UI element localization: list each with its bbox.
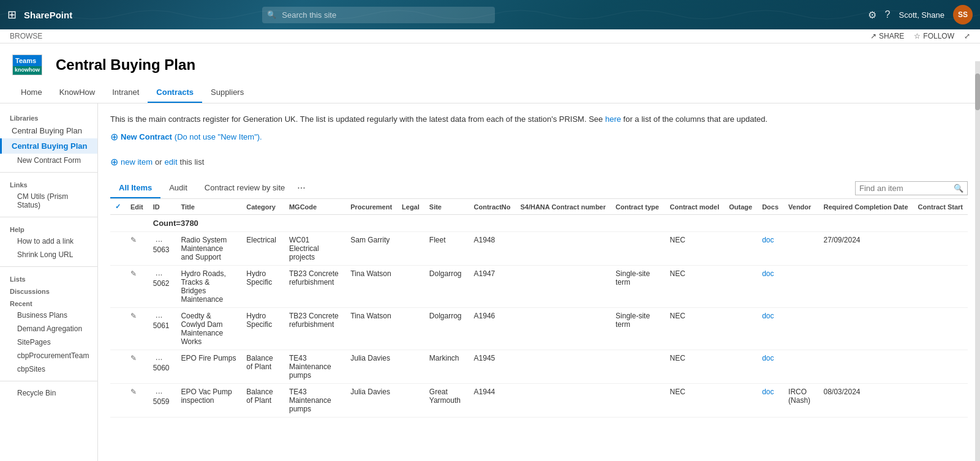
tab-audit[interactable]: Audit [160, 178, 196, 198]
cell-site: Markinch [424, 350, 469, 384]
logo-knowhow: knowhow [13, 66, 42, 75]
info-text: This is the main contracts register for … [110, 113, 968, 126]
sidebar-item-sitepages[interactable]: SitePages [0, 335, 97, 349]
cell-docs[interactable]: doc [762, 269, 774, 278]
user-name: Scott, Shane [899, 10, 944, 20]
nav-home[interactable]: Home [12, 83, 51, 103]
sidebar-item-cm-utils[interactable]: CM Utils (Prism Status) [0, 190, 97, 212]
row-checkbox[interactable] [110, 384, 126, 418]
edit-link[interactable]: edit [165, 157, 178, 167]
cell-s4hana [515, 308, 611, 350]
new-contract-link[interactable]: ⊕ New Contract (Do not use "New Item"). [110, 131, 262, 143]
row-checkbox[interactable] [110, 308, 126, 350]
col-checkbox: ✓ [110, 199, 126, 215]
cell-mgcode: TB23 Concrete refurbishment [284, 266, 345, 308]
tab-more-options[interactable]: ··· [293, 178, 309, 198]
cell-legal [397, 384, 424, 418]
search-input[interactable] [262, 7, 495, 23]
sidebar-item-cbp-procurement[interactable]: cbpProcurementTeam [0, 349, 97, 362]
cell-docs[interactable]: doc [762, 354, 774, 362]
sidebar-item-how-to-add[interactable]: How to add a link [0, 234, 97, 248]
browse-bar: BROWSE ↗ SHARE ☆ FOLLOW ⤢ [0, 29, 980, 43]
row-more[interactable]: ··· [153, 312, 165, 321]
col-outage[interactable]: Outage [724, 199, 757, 215]
edit-icon[interactable]: ✎ [130, 269, 137, 278]
tab-all-items[interactable]: All Items [110, 178, 160, 198]
col-vendor[interactable]: Vendor [783, 199, 818, 215]
sidebar-item-cbp-sites[interactable]: cbpSites [0, 362, 97, 376]
col-mgcode[interactable]: MGCode [284, 199, 345, 215]
edit-icon[interactable]: ✎ [130, 388, 137, 396]
new-item-link[interactable]: new item [121, 157, 153, 167]
find-item-input[interactable] [859, 184, 951, 193]
tab-contract-review[interactable]: Contract review by site [196, 178, 294, 198]
sidebar-item-demand-agregation[interactable]: Demand Agregation [0, 322, 97, 335]
cell-contract-type [611, 350, 665, 384]
sidebar-item-new-contract-form[interactable]: New Contract Form [0, 154, 97, 167]
nav-contracts[interactable]: Contracts [148, 83, 202, 103]
share-button[interactable]: ↗ SHARE [870, 32, 904, 40]
avatar[interactable]: SS [953, 5, 973, 24]
nav-knowhow[interactable]: KnowHow [51, 83, 104, 103]
nav-intranet[interactable]: Intranet [104, 83, 148, 103]
row-more[interactable]: ··· [153, 354, 165, 364]
cell-procurement: Tina Watson [345, 308, 397, 350]
row-more[interactable]: ··· [153, 236, 165, 245]
search-container: 🔍 [262, 7, 495, 23]
cell-contract-model: NEC [665, 232, 725, 266]
new-item-bar: ⊕ new item or edit this list [110, 151, 204, 173]
list-toolbar: All Items Audit Contract review by site … [110, 178, 968, 199]
sidebar-item-recycle-bin[interactable]: Recycle Bin [0, 386, 97, 400]
info-link[interactable]: here [605, 114, 621, 124]
cell-category: Electrical [241, 232, 284, 266]
nav-suppliers[interactable]: Suppliers [202, 83, 252, 103]
row-checkbox[interactable] [110, 266, 126, 308]
follow-label: FOLLOW [923, 32, 954, 40]
scrollbar[interactable] [975, 61, 980, 461]
col-required-completion[interactable]: Required Completion Date [818, 199, 913, 215]
row-checkbox[interactable] [110, 232, 126, 266]
scrollbar-thumb[interactable] [975, 73, 980, 110]
cell-id-wrap: ··· 5060 [148, 350, 176, 384]
focus-button[interactable]: ⤢ [964, 32, 970, 40]
settings-icon[interactable]: ⚙ [868, 9, 876, 21]
cell-docs[interactable]: doc [762, 388, 774, 396]
find-item-search-icon[interactable]: 🔍 [954, 184, 963, 193]
top-bar: ⊞ SharePoint 🔍 ⚙ ? Scott, Shane SS [0, 0, 980, 29]
browse-label: BROWSE [10, 32, 42, 40]
col-edit: Edit [126, 199, 148, 215]
col-contract-start[interactable]: Contract Start [913, 199, 968, 215]
help-icon[interactable]: ? [885, 9, 891, 20]
col-legal[interactable]: Legal [397, 199, 424, 215]
check-all-icon[interactable]: ✓ [115, 203, 121, 210]
edit-icon[interactable]: ✎ [130, 236, 137, 244]
col-id[interactable]: ID [148, 199, 176, 215]
new-contract-label[interactable]: New Contract [121, 132, 172, 141]
cell-vendor: IRCO (Nash) [783, 384, 818, 418]
col-contract-type[interactable]: Contract type [611, 199, 665, 215]
row-checkbox[interactable] [110, 350, 126, 384]
row-more[interactable]: ··· [153, 269, 165, 279]
row-more[interactable]: ··· [153, 388, 165, 397]
sidebar-item-central-buying-plan[interactable]: Central Buying Plan [0, 138, 97, 154]
cell-docs[interactable]: doc [762, 312, 774, 320]
follow-button[interactable]: ☆ FOLLOW [914, 32, 954, 40]
edit-icon[interactable]: ✎ [130, 312, 137, 320]
col-title[interactable]: Title [176, 199, 241, 215]
col-contract-model[interactable]: Contract model [665, 199, 725, 215]
col-category[interactable]: Category [241, 199, 284, 215]
col-site[interactable]: Site [424, 199, 469, 215]
cell-docs[interactable]: doc [762, 236, 774, 244]
edit-icon[interactable]: ✎ [130, 354, 137, 362]
waffle-icon[interactable]: ⊞ [7, 8, 17, 21]
col-procurement[interactable]: Procurement [345, 199, 397, 215]
cell-contract-type: Single-site term [611, 266, 665, 308]
sidebar-item-central-buying-plan-parent[interactable]: Central Buying Plan [0, 123, 97, 138]
col-docs[interactable]: Docs [757, 199, 783, 215]
col-contractno[interactable]: ContractNo [469, 199, 516, 215]
sidebar-item-business-plans[interactable]: Business Plans [0, 309, 97, 322]
col-s4hana[interactable]: S4/HANA Contract number [515, 199, 611, 215]
main-content: This is the main contracts register for … [98, 103, 980, 461]
sidebar-item-shrink-url[interactable]: Shrink Long URL [0, 248, 97, 261]
cell-outage [724, 308, 757, 350]
